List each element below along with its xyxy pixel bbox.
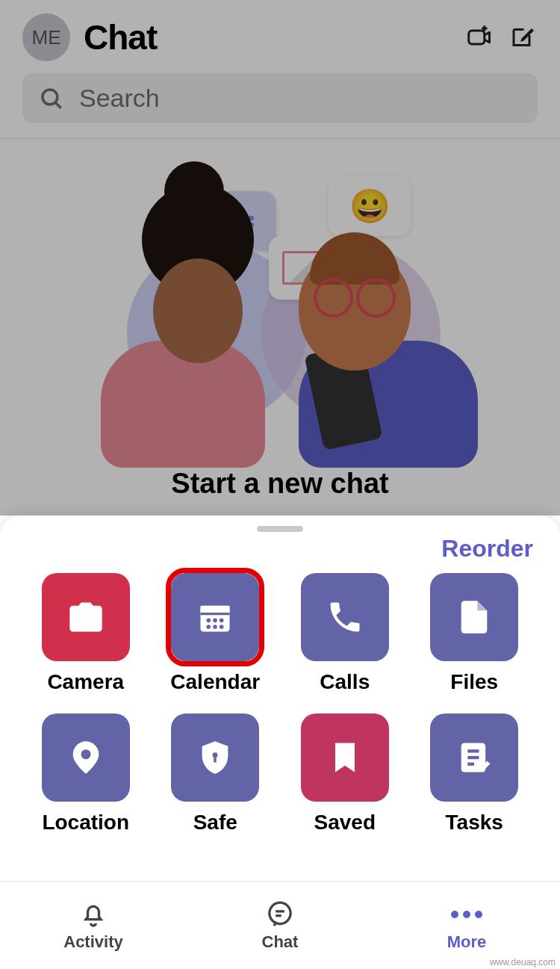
app-tile-saved[interactable]: Saved — [280, 713, 410, 835]
search-icon — [39, 86, 64, 111]
app-tile-label: Safe — [193, 811, 237, 835]
nav-more[interactable]: More — [373, 882, 560, 969]
nav-label: Activity — [63, 932, 122, 952]
app-tile-calls[interactable]: Calls — [280, 573, 410, 694]
phone-icon — [301, 573, 389, 661]
chat-icon — [265, 900, 295, 929]
empty-state-title: Start a new chat — [0, 468, 560, 500]
app-tile-label: Files — [450, 670, 498, 694]
sheet-grabber[interactable] — [257, 526, 303, 532]
calendar-icon — [171, 573, 259, 661]
avatar[interactable]: ME — [22, 13, 70, 61]
nav-activity[interactable]: Activity — [0, 882, 187, 969]
dots-icon — [451, 900, 482, 929]
top-bar: ME Chat — [0, 0, 560, 69]
nav-chat[interactable]: Chat — [187, 882, 373, 969]
bell-icon — [78, 900, 108, 929]
tasks-icon — [430, 713, 518, 802]
app-tile-camera[interactable]: Camera — [21, 573, 151, 694]
page-title: Chat — [84, 17, 451, 58]
svg-line-4 — [55, 102, 60, 108]
apps-grid: CameraCalendarCallsFilesLocationSafeSave… — [0, 573, 560, 835]
svg-rect-0 — [469, 31, 485, 44]
app-tile-label: Saved — [314, 811, 376, 835]
app-tile-location[interactable]: Location — [21, 713, 151, 835]
app-tile-label: Tasks — [446, 811, 503, 835]
app-tile-label: Calendar — [170, 670, 260, 694]
search-placeholder: Search — [79, 84, 160, 113]
app-tile-label: Location — [42, 811, 129, 835]
app-tile-label: Calls — [320, 670, 370, 694]
meet-now-icon[interactable] — [464, 22, 494, 52]
nav-label: Chat — [262, 932, 299, 952]
search-row: Search — [0, 69, 560, 131]
nav-label: More — [447, 932, 487, 952]
app-tile-files[interactable]: Files — [410, 573, 540, 694]
empty-illustration: 😀 — [119, 191, 441, 438]
empty-state: 😀 Start a new chat — [0, 139, 560, 500]
shield-icon — [171, 713, 259, 802]
watermark: www.deuaq.com — [490, 957, 556, 968]
bottom-nav: ActivityChatMore — [0, 881, 560, 969]
app-screen: ME Chat Search 😀 Start a — [0, 0, 560, 969]
reorder-button[interactable]: Reorder — [0, 535, 560, 573]
camera-icon — [42, 573, 130, 661]
svg-point-3 — [43, 89, 57, 104]
more-apps-sheet: Reorder CameraCalendarCallsFilesLocation… — [0, 516, 560, 881]
search-input[interactable]: Search — [22, 73, 538, 123]
compose-icon[interactable] — [508, 22, 538, 52]
app-tile-tasks[interactable]: Tasks — [410, 713, 540, 835]
header-area: ME Chat Search — [0, 0, 560, 139]
app-tile-safe[interactable]: Safe — [151, 713, 281, 835]
bookmark-icon — [301, 713, 389, 802]
location-icon — [42, 713, 130, 802]
file-icon — [430, 573, 518, 661]
app-tile-label: Camera — [47, 670, 124, 694]
app-tile-calendar[interactable]: Calendar — [151, 573, 281, 694]
